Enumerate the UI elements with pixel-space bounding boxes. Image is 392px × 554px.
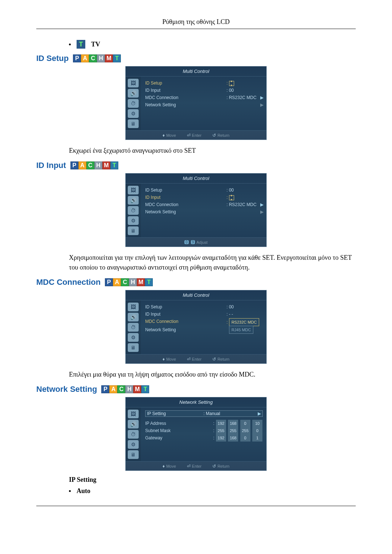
mdc-option-rs232c[interactable]: RS232C MDC [229, 318, 260, 326]
mdc-option-rj45[interactable]: RJ45 MDC [229, 326, 254, 334]
osd-adjust: Adjust [196, 240, 208, 245]
network-setting-heading: Network Setting P A C H M T [36, 385, 356, 394]
osd-val-id-input: - - [229, 312, 233, 317]
badge-t-icon: T [110, 161, 118, 169]
nine-key-icon: 9 [191, 240, 195, 244]
osd-item-mdc[interactable]: MDC Connection [145, 94, 178, 101]
enter-icon: ⏎ [187, 357, 191, 362]
badge-m-icon: M [105, 54, 113, 62]
badge-t-icon: T [141, 385, 149, 393]
osd-side-icons: 🖼 🔊 ⏱ ⚙ 🖥 [126, 77, 141, 130]
subnet-octet[interactable]: 255 [216, 427, 226, 434]
badge-a-icon: A [78, 161, 86, 169]
osd-legend: ♦Move ⏎Enter ↺Return [126, 130, 266, 140]
ip-octet[interactable]: 10 [252, 420, 262, 427]
bullet-icon [69, 44, 71, 45]
arrow-right-icon[interactable]: ▶ [260, 101, 264, 108]
gateway-octet[interactable]: 168 [228, 434, 238, 442]
page-header: Ρύθμιση της οθόνης LCD [36, 18, 356, 29]
osd-picture-icon: 🖼 [128, 303, 139, 311]
osd-multi-icon: 🖥 [128, 343, 139, 352]
mdc-connection-heading: MDC Connection P A C H M T [36, 278, 356, 287]
badge-c-icon: C [117, 385, 125, 393]
osd-item-mdc[interactable]: MDC Connection [145, 318, 178, 326]
ip-octet[interactable]: 168 [228, 420, 238, 427]
osd-val-mdc: RS232C MDC [229, 202, 257, 207]
gateway-octet[interactable]: 192 [216, 434, 226, 442]
osd-legend: ♦Move ⏎Enter ↺Return [126, 461, 266, 471]
move-icon: ♦ [163, 464, 165, 469]
osd-setup-icon: ⚙ [128, 216, 139, 225]
osd-multi-icon: 🖥 [128, 119, 139, 128]
subnet-octet[interactable]: 0 [252, 427, 262, 434]
badge-h-icon: H [125, 385, 133, 393]
return-icon: ↺ [212, 133, 216, 138]
badge-c-icon: C [121, 278, 129, 286]
tv-label: TV [91, 41, 100, 48]
move-icon: ♦ [163, 133, 165, 138]
osd-picture-icon: 🖼 [128, 186, 139, 194]
badge-m-icon: M [137, 278, 145, 286]
osd-mdc: Multi Control 🖼 🔊 ⏱ ⚙ 🖥 ID Setup : 00 ID… [125, 290, 267, 364]
osd-title: Multi Control [126, 66, 266, 77]
mdc-connection-heading-text: MDC Connection [36, 278, 101, 287]
osd-enter: Enter [192, 133, 201, 138]
badge-m-icon: M [133, 385, 141, 393]
pachmt-badges: P A C H M T [70, 161, 118, 169]
return-icon: ↺ [212, 464, 216, 469]
osd-item-network[interactable]: Network Setting [145, 101, 176, 108]
subnet-octet[interactable]: 255 [240, 427, 250, 434]
arrow-right-icon[interactable]: ▶ [260, 94, 264, 101]
subnet-octet[interactable]: 255 [228, 427, 238, 434]
arrow-right-icon[interactable]: ▶ [258, 411, 261, 416]
gateway-label[interactable]: Gateway [145, 434, 162, 442]
move-icon: ♦ [163, 357, 165, 362]
ip-octet[interactable]: 192 [216, 420, 226, 427]
bullet-icon [69, 490, 71, 492]
gateway-octet[interactable]: 0 [240, 434, 250, 442]
osd-item-id-input[interactable]: ID Input [145, 87, 160, 94]
osd-multi-icon: 🖥 [128, 450, 139, 459]
osd-network: Network Setting 🖼 🔊 ⏱ ⚙ 🖥 IP Setting : M… [125, 397, 267, 471]
osd-return: Return [217, 464, 229, 468]
osd-enter: Enter [192, 464, 201, 468]
osd-item-id-setup[interactable]: ID Setup [145, 303, 162, 311]
id-input-heading: ID Input P A C H M T [36, 161, 356, 170]
gateway-octet[interactable]: 1 [252, 434, 262, 442]
arrow-right-icon[interactable]: ▶ [260, 201, 264, 208]
osd-return: Return [217, 133, 229, 138]
osd-item-network[interactable]: Network Setting [145, 208, 176, 216]
badge-p-icon: P [105, 278, 113, 286]
osd-item-network[interactable]: Network Setting [145, 326, 176, 334]
osd-move: Move [166, 357, 176, 361]
ip-setting-value[interactable]: Manual [206, 411, 220, 416]
stepper-icon[interactable] [229, 81, 234, 86]
auto-bullet-row: Auto [69, 487, 356, 495]
ip-setting-label[interactable]: IP Setting [147, 411, 166, 416]
pachmt-badges: P A C H M T [101, 385, 149, 393]
osd-title: Multi Control [126, 290, 266, 300]
ip-setting-auto: Auto [77, 487, 90, 495]
osd-sound-icon: 🔊 [128, 89, 139, 98]
page-footer-rule [36, 506, 356, 509]
osd-picture-icon: 🖼 [128, 410, 139, 418]
osd-item-id-input[interactable]: ID Input [145, 194, 160, 201]
osd-item-id-input[interactable]: ID Input [145, 311, 160, 318]
osd-item-mdc[interactable]: MDC Connection [145, 201, 178, 208]
id-setup-desc: Εκχωρεί ένα ξεχωριστό αναγνωριστικό στο … [69, 146, 356, 156]
arrow-right-icon[interactable]: ▶ [260, 208, 264, 216]
subnet-mask-label[interactable]: Subnet Mask [145, 427, 171, 434]
ip-octet[interactable]: 0 [240, 420, 250, 427]
osd-item-id-setup[interactable]: ID Setup [145, 79, 162, 87]
osd-side-icons: 🖼 🔊 ⏱ ⚙ 🖥 [126, 184, 141, 237]
zero-key-icon: 0 [184, 240, 189, 244]
mdc-desc: Επιλέγει μια θύρα για τη λήψη σήματος ει… [69, 370, 356, 379]
ip-address-label[interactable]: IP Address [145, 420, 166, 427]
badge-p-icon: P [73, 54, 81, 62]
stepper-icon[interactable] [229, 195, 234, 200]
osd-item-id-setup[interactable]: ID Setup [145, 186, 162, 194]
osd-legend: 0 9Adjust [126, 237, 266, 247]
id-setup-heading: ID Setup P A C H M T [36, 54, 356, 63]
pachmt-badges: P A C H M T [73, 54, 121, 62]
osd-val-id-setup: 00 [229, 304, 234, 309]
